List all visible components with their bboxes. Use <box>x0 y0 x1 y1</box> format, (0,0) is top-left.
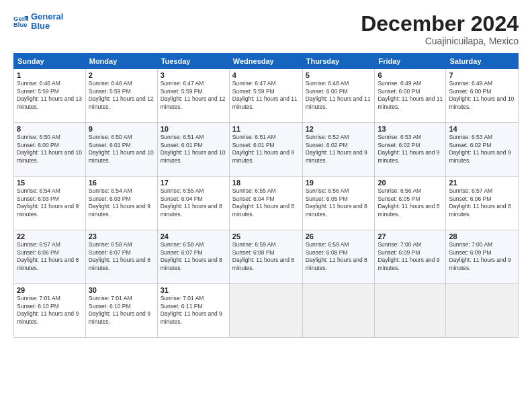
weekday-header-tuesday: Tuesday <box>157 54 229 69</box>
weekday-header-friday: Friday <box>375 54 446 69</box>
day-cell: 10Sunrise: 6:51 AMSunset: 6:01 PMDayligh… <box>157 123 229 177</box>
day-cell: 12Sunrise: 6:52 AMSunset: 6:02 PMDayligh… <box>302 123 375 177</box>
day-cell: 16Sunrise: 6:54 AMSunset: 6:03 PMDayligh… <box>85 177 157 230</box>
day-detail: Sunrise: 6:58 AMSunset: 6:07 PMDaylight:… <box>161 241 226 272</box>
day-number: 23 <box>89 232 154 240</box>
day-number: 21 <box>449 179 515 187</box>
day-detail: Sunrise: 6:47 AMSunset: 5:59 PMDaylight:… <box>161 80 226 111</box>
weekday-header-thursday: Thursday <box>302 54 375 69</box>
day-cell: 6Sunrise: 6:49 AMSunset: 6:00 PMDaylight… <box>375 69 446 123</box>
day-cell: 27Sunrise: 7:00 AMSunset: 6:09 PMDayligh… <box>375 230 446 284</box>
day-number: 18 <box>232 179 300 187</box>
location-title: Cuajinicuilapa, Mexico <box>361 36 519 46</box>
day-number: 17 <box>161 179 226 187</box>
day-number: 2 <box>89 71 154 79</box>
day-detail: Sunrise: 6:48 AMSunset: 6:00 PMDaylight:… <box>306 80 372 111</box>
week-row-2: 8Sunrise: 6:50 AMSunset: 6:00 PMDaylight… <box>14 123 519 177</box>
day-detail: Sunrise: 6:49 AMSunset: 6:00 PMDaylight:… <box>378 80 443 111</box>
day-detail: Sunrise: 7:00 AMSunset: 6:09 PMDaylight:… <box>378 241 443 272</box>
logo-text: General Blue <box>31 12 63 32</box>
day-cell: 9Sunrise: 6:50 AMSunset: 6:01 PMDaylight… <box>85 123 157 177</box>
day-cell <box>229 284 302 338</box>
day-cell: 20Sunrise: 6:56 AMSunset: 6:05 PMDayligh… <box>375 177 446 230</box>
day-detail: Sunrise: 6:57 AMSunset: 6:06 PMDaylight:… <box>449 187 515 218</box>
day-number: 1 <box>17 71 83 79</box>
day-detail: Sunrise: 6:58 AMSunset: 6:07 PMDaylight:… <box>89 241 154 272</box>
day-cell: 30Sunrise: 7:01 AMSunset: 6:10 PMDayligh… <box>85 284 157 338</box>
day-detail: Sunrise: 7:01 AMSunset: 6:10 PMDaylight:… <box>89 295 154 326</box>
day-detail: Sunrise: 6:46 AMSunset: 5:59 PMDaylight:… <box>89 80 154 111</box>
month-title: December 2024 <box>361 12 519 36</box>
day-cell: 28Sunrise: 7:00 AMSunset: 6:09 PMDayligh… <box>446 230 519 284</box>
day-number: 12 <box>306 125 372 133</box>
day-cell: 29Sunrise: 7:01 AMSunset: 6:10 PMDayligh… <box>14 284 86 338</box>
day-detail: Sunrise: 6:52 AMSunset: 6:02 PMDaylight:… <box>306 134 372 165</box>
day-number: 14 <box>449 125 515 133</box>
day-cell: 3Sunrise: 6:47 AMSunset: 5:59 PMDaylight… <box>157 69 229 123</box>
day-detail: Sunrise: 7:00 AMSunset: 6:09 PMDaylight:… <box>449 241 515 272</box>
day-number: 11 <box>232 125 300 133</box>
day-detail: Sunrise: 6:47 AMSunset: 5:59 PMDaylight:… <box>232 80 300 111</box>
header: General Blue General Blue December 2024 … <box>13 12 519 46</box>
weekday-header-sunday: Sunday <box>14 54 86 69</box>
day-cell: 1Sunrise: 6:46 AMSunset: 5:59 PMDaylight… <box>14 69 86 123</box>
logo-line2: Blue <box>31 21 63 31</box>
week-row-5: 29Sunrise: 7:01 AMSunset: 6:10 PMDayligh… <box>14 284 519 338</box>
day-detail: Sunrise: 6:49 AMSunset: 6:00 PMDaylight:… <box>449 80 515 111</box>
day-detail: Sunrise: 6:56 AMSunset: 6:05 PMDaylight:… <box>378 187 443 218</box>
day-detail: Sunrise: 6:53 AMSunset: 6:02 PMDaylight:… <box>449 134 515 165</box>
day-cell: 13Sunrise: 6:53 AMSunset: 6:02 PMDayligh… <box>375 123 446 177</box>
day-detail: Sunrise: 6:54 AMSunset: 6:03 PMDaylight:… <box>89 187 154 218</box>
logo-line1: General <box>31 12 63 21</box>
week-row-1: 1Sunrise: 6:46 AMSunset: 5:59 PMDaylight… <box>14 69 519 123</box>
logo-icon: General Blue <box>13 14 28 29</box>
day-cell: 2Sunrise: 6:46 AMSunset: 5:59 PMDaylight… <box>85 69 157 123</box>
day-cell: 23Sunrise: 6:58 AMSunset: 6:07 PMDayligh… <box>85 230 157 284</box>
day-cell: 25Sunrise: 6:59 AMSunset: 6:08 PMDayligh… <box>229 230 302 284</box>
day-number: 26 <box>306 232 372 240</box>
day-number: 28 <box>449 232 515 240</box>
day-number: 24 <box>161 232 226 240</box>
day-cell <box>302 284 375 338</box>
day-detail: Sunrise: 6:50 AMSunset: 6:00 PMDaylight:… <box>17 134 83 165</box>
day-detail: Sunrise: 6:51 AMSunset: 6:01 PMDaylight:… <box>161 134 226 165</box>
day-number: 10 <box>161 125 226 133</box>
day-number: 5 <box>306 71 372 79</box>
day-cell: 22Sunrise: 6:57 AMSunset: 6:06 PMDayligh… <box>14 230 86 284</box>
day-cell: 31Sunrise: 7:01 AMSunset: 6:11 PMDayligh… <box>157 284 229 338</box>
day-number: 20 <box>378 179 443 187</box>
day-detail: Sunrise: 6:54 AMSunset: 6:03 PMDaylight:… <box>17 187 83 218</box>
logo: General Blue General Blue <box>13 12 63 32</box>
day-cell: 24Sunrise: 6:58 AMSunset: 6:07 PMDayligh… <box>157 230 229 284</box>
day-cell: 14Sunrise: 6:53 AMSunset: 6:02 PMDayligh… <box>446 123 519 177</box>
day-number: 19 <box>306 179 372 187</box>
day-detail: Sunrise: 6:55 AMSunset: 6:04 PMDaylight:… <box>232 187 300 218</box>
weekday-header-row: SundayMondayTuesdayWednesdayThursdayFrid… <box>14 54 519 69</box>
day-number: 29 <box>17 286 83 294</box>
day-cell: 21Sunrise: 6:57 AMSunset: 6:06 PMDayligh… <box>446 177 519 230</box>
day-cell: 11Sunrise: 6:51 AMSunset: 6:01 PMDayligh… <box>229 123 302 177</box>
day-number: 13 <box>378 125 443 133</box>
day-cell: 26Sunrise: 6:59 AMSunset: 6:08 PMDayligh… <box>302 230 375 284</box>
calendar-table: SundayMondayTuesdayWednesdayThursdayFrid… <box>13 53 519 338</box>
day-number: 9 <box>89 125 154 133</box>
day-number: 3 <box>161 71 226 79</box>
day-cell: 18Sunrise: 6:55 AMSunset: 6:04 PMDayligh… <box>229 177 302 230</box>
day-detail: Sunrise: 7:01 AMSunset: 6:11 PMDaylight:… <box>161 295 226 326</box>
day-detail: Sunrise: 6:51 AMSunset: 6:01 PMDaylight:… <box>232 134 300 165</box>
day-cell: 7Sunrise: 6:49 AMSunset: 6:00 PMDaylight… <box>446 69 519 123</box>
day-detail: Sunrise: 7:01 AMSunset: 6:10 PMDaylight:… <box>17 295 83 326</box>
day-detail: Sunrise: 6:56 AMSunset: 6:05 PMDaylight:… <box>306 187 372 218</box>
calendar-body: 1Sunrise: 6:46 AMSunset: 5:59 PMDaylight… <box>14 69 519 338</box>
day-cell <box>446 284 519 338</box>
title-block: December 2024 Cuajinicuilapa, Mexico <box>361 12 519 46</box>
day-detail: Sunrise: 6:53 AMSunset: 6:02 PMDaylight:… <box>378 134 443 165</box>
day-detail: Sunrise: 6:59 AMSunset: 6:08 PMDaylight:… <box>306 241 372 272</box>
day-detail: Sunrise: 6:57 AMSunset: 6:06 PMDaylight:… <box>17 241 83 272</box>
day-cell: 4Sunrise: 6:47 AMSunset: 5:59 PMDaylight… <box>229 69 302 123</box>
day-cell: 8Sunrise: 6:50 AMSunset: 6:00 PMDaylight… <box>14 123 86 177</box>
weekday-header-saturday: Saturday <box>446 54 519 69</box>
page: General Blue General Blue December 2024 … <box>0 0 532 411</box>
day-number: 31 <box>161 286 226 294</box>
day-cell: 5Sunrise: 6:48 AMSunset: 6:00 PMDaylight… <box>302 69 375 123</box>
